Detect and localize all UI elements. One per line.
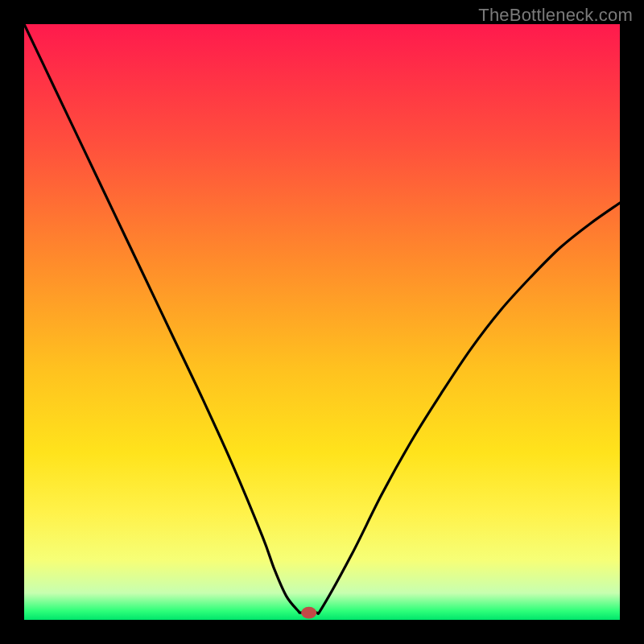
gradient-background — [24, 24, 620, 620]
bottleneck-chart — [24, 24, 620, 620]
chart-frame: TheBottleneck.com — [0, 0, 644, 644]
optimal-point-marker — [301, 607, 316, 619]
watermark-label: TheBottleneck.com — [478, 5, 633, 26]
plot-area — [24, 24, 620, 620]
